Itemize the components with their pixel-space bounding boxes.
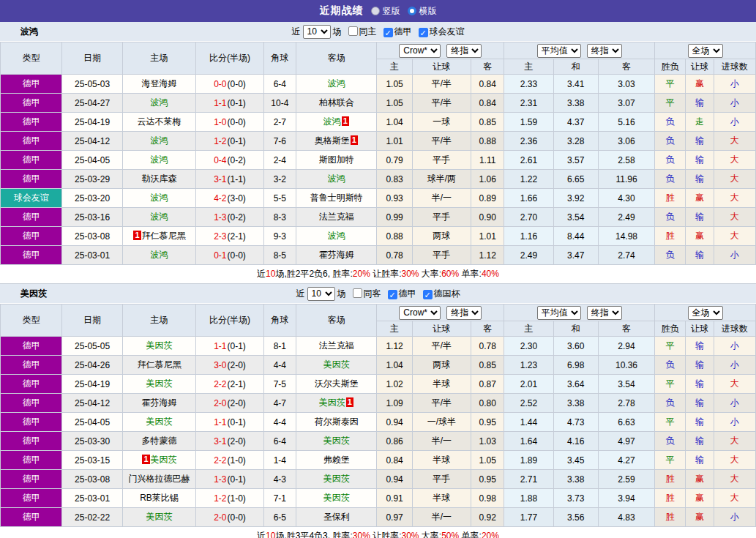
match-row: 德甲25-04-12波鸿1-2(0-1)7-6奥格斯堡11.01平/半0.882… xyxy=(1,132,756,151)
recent-count-select[interactable]: 10 xyxy=(303,25,331,39)
home-team-name[interactable]: 波鸿 xyxy=(151,193,168,203)
home-team-name[interactable]: 美因茨 xyxy=(146,340,173,351)
summary-segment: 20% xyxy=(353,269,370,279)
odds-stage-select[interactable]: 终指 xyxy=(446,306,482,320)
avg-odds-draw: 4.16 xyxy=(553,432,598,451)
checkbox-icon[interactable] xyxy=(348,26,358,36)
home-team-name[interactable]: 波鸿 xyxy=(151,154,168,165)
home-team-name[interactable]: 美因茨 xyxy=(146,416,173,427)
away-team-name[interactable]: 美因茨 xyxy=(323,493,350,503)
home-team-name[interactable]: 美因茨 xyxy=(146,512,173,522)
scope-select[interactable]: 全场 xyxy=(688,306,723,320)
handicap-odds-away: 0.87 xyxy=(471,375,504,394)
away-team-name[interactable]: 荷尔斯泰因 xyxy=(315,416,359,427)
home-team-name[interactable]: 拜仁慕尼黑 xyxy=(138,359,181,370)
layout-option-horizontal[interactable]: 横版 xyxy=(408,5,437,18)
home-team-cell: 门兴格拉德巴赫 xyxy=(122,470,195,489)
odds-company-select[interactable]: Crow* xyxy=(399,44,441,58)
filter-checkbox-same-away[interactable]: 同客 xyxy=(348,288,381,300)
handicap-odds-away: 1.11 xyxy=(471,151,504,170)
home-team-name[interactable]: 云达不莱梅 xyxy=(138,116,181,127)
checkbox-icon[interactable] xyxy=(353,288,362,298)
handicap-odds-away: 0.92 xyxy=(471,508,504,527)
score-cell: 1-2(0-1) xyxy=(196,132,263,151)
away-team-name[interactable]: 美因茨 xyxy=(323,359,350,370)
away-team-name[interactable]: 普鲁士明斯特 xyxy=(310,193,363,203)
horizontal-radio-label: 横版 xyxy=(419,5,437,18)
score-cell: 3-1(1-1) xyxy=(196,170,263,189)
away-team-name[interactable]: 美因茨 xyxy=(323,436,350,446)
odds-company-select[interactable]: Crow* xyxy=(399,306,441,320)
away-team-name[interactable]: 法兰克福 xyxy=(319,340,354,351)
home-team-name[interactable]: 霍芬海姆 xyxy=(142,397,177,408)
home-team-name[interactable]: 美因茨 xyxy=(151,455,177,465)
full-time-score: 1-2 xyxy=(214,136,226,146)
home-team-name[interactable]: 波鸿 xyxy=(151,135,168,146)
away-team-name[interactable]: 波鸿 xyxy=(328,231,345,241)
handicap-odds-home: 1.04 xyxy=(377,113,412,132)
away-team-name[interactable]: 波鸿 xyxy=(328,78,345,89)
home-team-name[interactable]: 波鸿 xyxy=(151,212,168,222)
filter-checkbox-dfb-pokal[interactable]: ✓德国杯 xyxy=(419,288,460,300)
avg-stage-select[interactable]: 终指 xyxy=(587,306,622,320)
avg-odds-home: 1.22 xyxy=(504,170,553,189)
home-team-name[interactable]: 门兴格拉德巴赫 xyxy=(129,474,190,484)
horizontal-radio-icon[interactable] xyxy=(408,7,416,15)
filter-checkbox-same-home[interactable]: 同主 xyxy=(344,26,377,38)
home-team-cell: 波鸿 xyxy=(122,246,195,265)
home-team-name[interactable]: 勒沃库森 xyxy=(142,173,177,184)
vertical-radio-icon[interactable] xyxy=(371,7,380,15)
home-team-name[interactable]: 多特蒙德 xyxy=(142,436,177,446)
odds-stage-select[interactable]: 终指 xyxy=(446,44,482,58)
avg-odds-draw: 3.41 xyxy=(553,75,598,94)
filter-checkbox-bundesliga[interactable]: ✓德甲 xyxy=(379,26,412,38)
scope-select[interactable]: 全场 xyxy=(688,44,723,58)
league-type-cell: 球会友谊 xyxy=(1,189,62,208)
result-goals: 大 xyxy=(714,189,755,208)
checkbox-icon[interactable]: ✓ xyxy=(419,28,428,37)
league-type-cell: 德甲 xyxy=(1,246,62,265)
home-team-name[interactable]: 波鸿 xyxy=(151,97,168,108)
avg-type-select[interactable]: 平均值 xyxy=(537,306,581,320)
home-team-name[interactable]: 拜仁慕尼黑 xyxy=(142,231,186,241)
home-team-name[interactable]: 美因茨 xyxy=(146,378,173,389)
col-header-away: 客场 xyxy=(296,42,377,75)
result-handicap: 走 xyxy=(686,113,714,132)
away-team-name[interactable]: 弗赖堡 xyxy=(323,455,350,465)
away-team-name[interactable]: 法兰克福 xyxy=(319,212,354,222)
filter-checkbox-bundesliga[interactable]: ✓德甲 xyxy=(383,288,416,300)
team-name-heading: 美因茨 xyxy=(20,288,47,300)
result-handicap: 输 xyxy=(686,208,714,227)
home-team-name[interactable]: RB莱比锡 xyxy=(140,493,179,503)
handicap-odds-home: 0.93 xyxy=(377,189,412,208)
avg-odds-draw: 6.65 xyxy=(553,170,598,189)
recent-count-select[interactable]: 10 xyxy=(307,287,335,301)
filter-checkbox-club-friendly[interactable]: ✓球会友谊 xyxy=(414,26,465,38)
result-goals: 大 xyxy=(714,132,755,151)
home-team-name[interactable]: 海登海姆 xyxy=(142,78,177,89)
league-type-cell: 德甲 xyxy=(1,208,62,227)
away-team-name[interactable]: 霍芬海姆 xyxy=(319,250,354,260)
away-team-name[interactable]: 美因茨 xyxy=(323,474,350,484)
checkbox-icon[interactable]: ✓ xyxy=(423,290,433,299)
checkbox-icon[interactable]: ✓ xyxy=(383,28,393,37)
away-team-name[interactable]: 圣保利 xyxy=(323,512,350,522)
handicap-line: 半/一 xyxy=(412,189,471,208)
home-team-name[interactable]: 波鸿 xyxy=(151,250,168,260)
avg-odds-draw: 8.44 xyxy=(553,227,598,246)
away-team-name[interactable]: 柏林联合 xyxy=(319,97,354,108)
away-team-name[interactable]: 美因茨 xyxy=(319,397,345,408)
layout-option-vertical[interactable]: 竖版 xyxy=(371,5,400,18)
away-team-name[interactable]: 斯图加特 xyxy=(319,154,354,165)
handicap-odds-home: 0.99 xyxy=(377,208,412,227)
away-team-name[interactable]: 奥格斯堡 xyxy=(315,135,350,146)
away-team-name[interactable]: 波鸿 xyxy=(328,173,345,184)
avg-type-select[interactable]: 平均值 xyxy=(537,44,581,58)
checkbox-icon[interactable]: ✓ xyxy=(388,290,397,299)
avg-odds-away: 3.94 xyxy=(598,489,654,508)
away-team-name[interactable]: 沃尔夫斯堡 xyxy=(315,378,359,389)
away-team-name[interactable]: 波鸿 xyxy=(323,116,341,127)
avg-stage-select[interactable]: 终指 xyxy=(587,44,622,58)
card-count-badge: 1 xyxy=(346,397,353,407)
handicap-line: 两球 xyxy=(412,356,471,375)
